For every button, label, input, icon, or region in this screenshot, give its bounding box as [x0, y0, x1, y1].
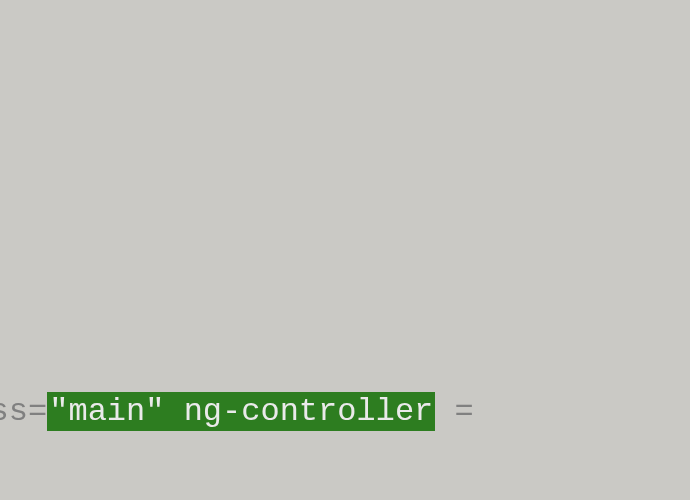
code-line-2: class="main" ng-controller =: [0, 387, 586, 437]
highlighted-text: "main" ng-controller: [47, 392, 435, 431]
code-line-1: dy>: [0, 89, 586, 139]
text-equals: =: [435, 393, 473, 430]
attr-class: class=: [0, 393, 47, 430]
code-block: dy> class="main" ng-controller = l class…: [0, 0, 586, 500]
